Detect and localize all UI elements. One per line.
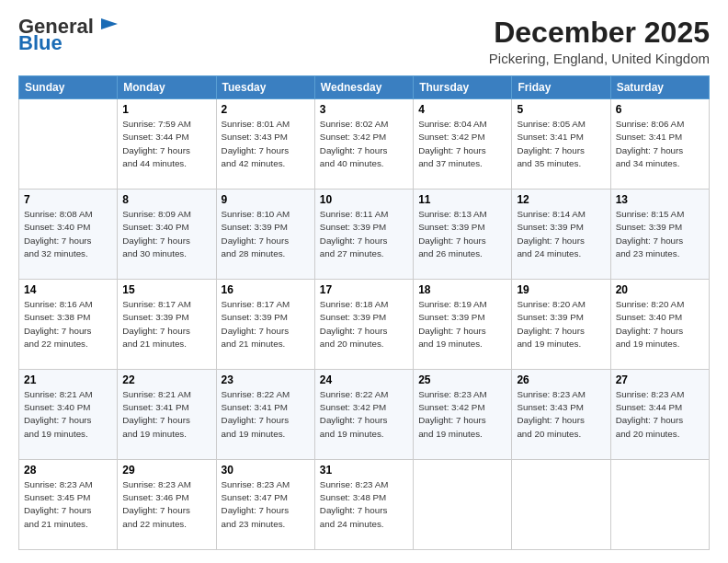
day-info: Sunrise: 8:08 AMSunset: 3:40 PMDaylight:…: [24, 208, 112, 260]
day-number: 13: [616, 193, 704, 206]
day-info: Sunrise: 8:23 AMSunset: 3:43 PMDaylight:…: [517, 388, 605, 441]
calendar-day-header: Friday: [512, 76, 610, 99]
calendar-cell: 23Sunrise: 8:22 AMSunset: 3:41 PMDayligh…: [216, 370, 314, 460]
calendar-cell: [414, 460, 512, 550]
calendar-header-row: SundayMondayTuesdayWednesdayThursdayFrid…: [19, 76, 710, 99]
calendar-cell: 14Sunrise: 8:16 AMSunset: 3:38 PMDayligh…: [19, 280, 118, 370]
day-number: 14: [24, 283, 112, 296]
day-info: Sunrise: 8:17 AMSunset: 3:39 PMDaylight:…: [222, 298, 310, 350]
day-number: 25: [418, 373, 506, 386]
calendar-cell: 25Sunrise: 8:23 AMSunset: 3:42 PMDayligh…: [414, 370, 512, 460]
calendar-cell: 17Sunrise: 8:18 AMSunset: 3:39 PMDayligh…: [314, 280, 413, 370]
calendar-week-row: 1Sunrise: 7:59 AMSunset: 3:44 PMDaylight…: [19, 99, 710, 190]
day-number: 19: [517, 283, 605, 296]
calendar-cell: 21Sunrise: 8:21 AMSunset: 3:40 PMDayligh…: [19, 370, 118, 460]
logo-icon: [99, 18, 119, 35]
day-info: Sunrise: 8:05 AMSunset: 3:41 PMDaylight:…: [517, 118, 605, 170]
day-info: Sunrise: 8:23 AMSunset: 3:46 PMDaylight:…: [122, 478, 210, 531]
day-number: 6: [616, 103, 704, 116]
svg-marker-0: [101, 18, 118, 29]
day-number: 8: [122, 193, 210, 206]
day-number: 18: [418, 283, 506, 296]
day-info: Sunrise: 8:23 AMSunset: 3:48 PMDaylight:…: [320, 478, 408, 531]
day-number: 2: [222, 103, 310, 116]
day-info: Sunrise: 8:01 AMSunset: 3:43 PMDaylight:…: [222, 118, 310, 170]
calendar-cell: 9Sunrise: 8:10 AMSunset: 3:39 PMDaylight…: [216, 190, 314, 280]
calendar-cell: [512, 460, 610, 550]
day-number: 15: [122, 283, 210, 296]
calendar-day-header: Tuesday: [216, 76, 314, 99]
day-info: Sunrise: 8:13 AMSunset: 3:39 PMDaylight:…: [418, 208, 506, 260]
day-info: Sunrise: 8:14 AMSunset: 3:39 PMDaylight:…: [517, 208, 605, 260]
day-info: Sunrise: 8:23 AMSunset: 3:44 PMDaylight:…: [616, 388, 704, 441]
day-number: 7: [24, 193, 112, 206]
calendar-cell: 16Sunrise: 8:17 AMSunset: 3:39 PMDayligh…: [216, 280, 314, 370]
header: General Blue December 2025 Pickering, En…: [18, 17, 710, 66]
day-info: Sunrise: 8:23 AMSunset: 3:42 PMDaylight:…: [418, 388, 506, 441]
day-number: 16: [222, 283, 310, 296]
day-number: 1: [122, 103, 210, 116]
day-info: Sunrise: 8:11 AMSunset: 3:39 PMDaylight:…: [320, 208, 408, 260]
day-info: Sunrise: 8:02 AMSunset: 3:42 PMDaylight:…: [320, 118, 408, 170]
calendar-week-row: 7Sunrise: 8:08 AMSunset: 3:40 PMDaylight…: [19, 190, 710, 280]
day-info: Sunrise: 8:16 AMSunset: 3:38 PMDaylight:…: [24, 298, 112, 350]
day-number: 20: [616, 283, 704, 296]
logo-blue-text: [94, 15, 119, 38]
calendar-cell: 27Sunrise: 8:23 AMSunset: 3:44 PMDayligh…: [610, 370, 709, 460]
day-info: Sunrise: 8:17 AMSunset: 3:39 PMDaylight:…: [122, 298, 210, 350]
calendar-cell: 1Sunrise: 7:59 AMSunset: 3:44 PMDaylight…: [118, 99, 216, 190]
day-info: Sunrise: 8:20 AMSunset: 3:39 PMDaylight:…: [517, 298, 605, 350]
day-number: 27: [616, 373, 704, 386]
month-title: December 2025: [489, 17, 710, 49]
day-number: 5: [517, 103, 605, 116]
day-number: 12: [517, 193, 605, 206]
logo: General Blue: [18, 17, 119, 53]
day-info: Sunrise: 8:10 AMSunset: 3:39 PMDaylight:…: [222, 208, 310, 260]
calendar-week-row: 14Sunrise: 8:16 AMSunset: 3:38 PMDayligh…: [19, 280, 710, 370]
day-info: Sunrise: 8:15 AMSunset: 3:39 PMDaylight:…: [616, 208, 704, 260]
day-number: 17: [320, 283, 408, 296]
day-info: Sunrise: 8:21 AMSunset: 3:40 PMDaylight:…: [24, 388, 112, 441]
day-info: Sunrise: 8:09 AMSunset: 3:40 PMDaylight:…: [122, 208, 210, 260]
day-number: 11: [418, 193, 506, 206]
calendar-cell: 26Sunrise: 8:23 AMSunset: 3:43 PMDayligh…: [512, 370, 610, 460]
calendar-day-header: Monday: [118, 76, 216, 99]
calendar-cell: 7Sunrise: 8:08 AMSunset: 3:40 PMDaylight…: [19, 190, 118, 280]
day-number: 29: [122, 464, 210, 477]
day-number: 10: [320, 193, 408, 206]
calendar-cell: 13Sunrise: 8:15 AMSunset: 3:39 PMDayligh…: [610, 190, 709, 280]
day-number: 22: [122, 373, 210, 386]
day-number: 31: [320, 464, 408, 477]
day-number: 24: [320, 373, 408, 386]
page: General Blue December 2025 Pickering, En…: [0, 0, 728, 563]
day-info: Sunrise: 8:06 AMSunset: 3:41 PMDaylight:…: [616, 118, 704, 170]
day-info: Sunrise: 8:20 AMSunset: 3:40 PMDaylight:…: [616, 298, 704, 350]
title-section: December 2025 Pickering, England, United…: [489, 17, 710, 66]
day-number: 9: [222, 193, 310, 206]
day-info: Sunrise: 8:22 AMSunset: 3:41 PMDaylight:…: [222, 388, 310, 441]
calendar-cell: 10Sunrise: 8:11 AMSunset: 3:39 PMDayligh…: [314, 190, 413, 280]
day-number: 3: [320, 103, 408, 116]
calendar-cell: [610, 460, 709, 550]
day-info: Sunrise: 8:18 AMSunset: 3:39 PMDaylight:…: [320, 298, 408, 350]
calendar-day-header: Thursday: [414, 76, 512, 99]
calendar-cell: 22Sunrise: 8:21 AMSunset: 3:41 PMDayligh…: [118, 370, 216, 460]
calendar-day-header: Saturday: [610, 76, 709, 99]
calendar-table: SundayMondayTuesdayWednesdayThursdayFrid…: [18, 75, 710, 550]
calendar-cell: 30Sunrise: 8:23 AMSunset: 3:47 PMDayligh…: [216, 460, 314, 550]
day-number: 4: [418, 103, 506, 116]
day-number: 28: [24, 464, 112, 477]
calendar-cell: 11Sunrise: 8:13 AMSunset: 3:39 PMDayligh…: [414, 190, 512, 280]
calendar-cell: [19, 99, 118, 190]
day-number: 26: [517, 373, 605, 386]
calendar-cell: 24Sunrise: 8:22 AMSunset: 3:42 PMDayligh…: [314, 370, 413, 460]
calendar-cell: 29Sunrise: 8:23 AMSunset: 3:46 PMDayligh…: [118, 460, 216, 550]
calendar-cell: 18Sunrise: 8:19 AMSunset: 3:39 PMDayligh…: [414, 280, 512, 370]
calendar-day-header: Sunday: [19, 76, 118, 99]
calendar-cell: 19Sunrise: 8:20 AMSunset: 3:39 PMDayligh…: [512, 280, 610, 370]
calendar-cell: 15Sunrise: 8:17 AMSunset: 3:39 PMDayligh…: [118, 280, 216, 370]
location-title: Pickering, England, United Kingdom: [489, 51, 710, 66]
calendar-cell: 31Sunrise: 8:23 AMSunset: 3:48 PMDayligh…: [314, 460, 413, 550]
day-info: Sunrise: 8:23 AMSunset: 3:47 PMDaylight:…: [222, 478, 310, 531]
day-info: Sunrise: 8:04 AMSunset: 3:42 PMDaylight:…: [418, 118, 506, 170]
